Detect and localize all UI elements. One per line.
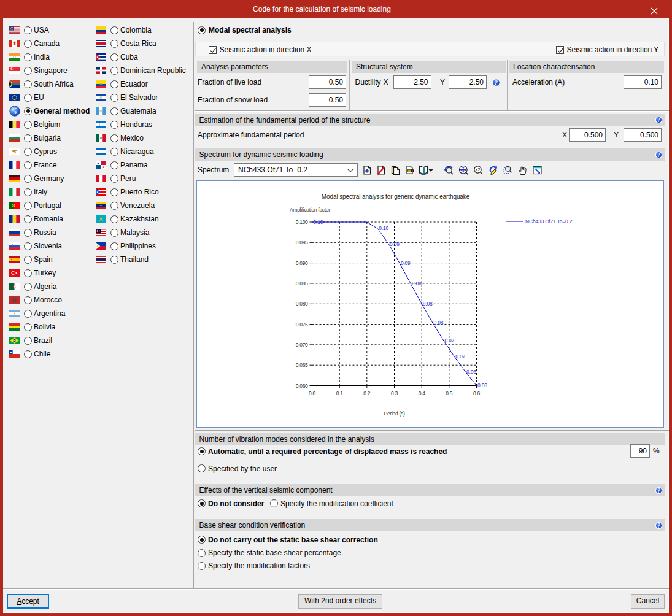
- svg-text:0.095: 0.095: [296, 239, 308, 245]
- svg-text:Period (s): Period (s): [384, 410, 405, 417]
- svg-text:0.090: 0.090: [296, 260, 308, 266]
- svg-text:0.10: 0.10: [379, 225, 388, 231]
- svg-text:0.075: 0.075: [296, 321, 308, 328]
- svg-text:0.07: 0.07: [455, 353, 465, 360]
- svg-text:0.10: 0.10: [314, 219, 323, 225]
- svg-text:0.08: 0.08: [434, 320, 444, 326]
- svg-text:0.065: 0.065: [296, 362, 308, 368]
- svg-text:0.5: 0.5: [446, 390, 452, 396]
- svg-text:0.08: 0.08: [412, 280, 422, 287]
- svg-text:0.08: 0.08: [423, 301, 433, 307]
- svg-text:0.06: 0.06: [477, 382, 487, 388]
- svg-text:?: ?: [494, 79, 497, 86]
- svg-text:0.09: 0.09: [390, 241, 400, 247]
- svg-text:?: ?: [657, 522, 660, 528]
- svg-text:0.3: 0.3: [391, 390, 398, 396]
- svg-text:0.060: 0.060: [296, 383, 308, 389]
- svg-text:0.100: 0.100: [296, 219, 308, 225]
- svg-text:?: ?: [657, 487, 660, 493]
- svg-text:Modal spectral analysis for ge: Modal spectral analysis for generic dyna…: [322, 193, 470, 200]
- svg-text:0.6: 0.6: [473, 390, 480, 396]
- svg-text:Amplification factor: Amplification factor: [290, 207, 330, 213]
- svg-text:0.4: 0.4: [419, 390, 425, 396]
- svg-text:?: ?: [657, 152, 660, 158]
- svg-text:0.070: 0.070: [296, 342, 308, 348]
- svg-text:×2: ×2: [475, 167, 481, 172]
- svg-text:0.085: 0.085: [296, 280, 308, 287]
- svg-text:?: ?: [657, 117, 660, 123]
- svg-text:0.080: 0.080: [296, 301, 308, 307]
- svg-text:0.0: 0.0: [309, 390, 315, 396]
- svg-text:0.07: 0.07: [444, 337, 454, 344]
- svg-text:0.1: 0.1: [336, 390, 343, 396]
- svg-text:0.06: 0.06: [466, 369, 476, 375]
- svg-text:0.2: 0.2: [363, 390, 370, 396]
- svg-text:NCh433.Of71 To=0.2: NCh433.Of71 To=0.2: [525, 218, 573, 225]
- svg-text:0.09: 0.09: [401, 260, 411, 266]
